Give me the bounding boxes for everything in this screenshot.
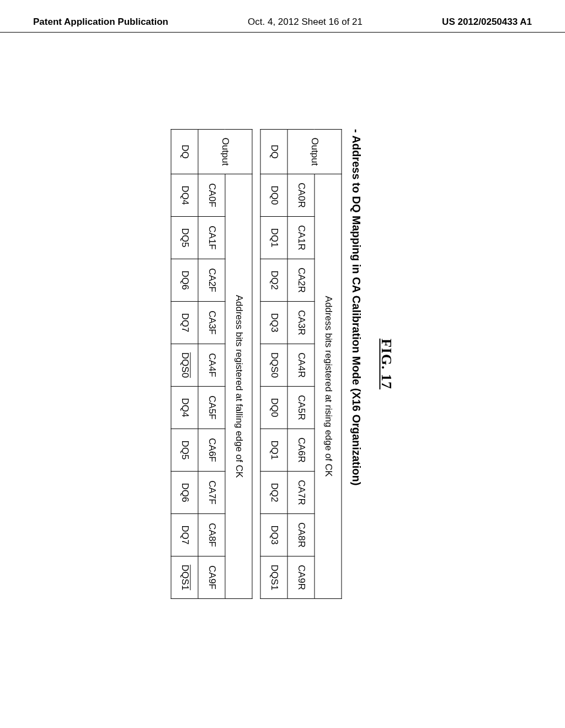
table-row: CA0F CA1F CA2F CA3F CA4F CA5F CA6F CA7F … bbox=[198, 130, 225, 599]
cell: CA5R bbox=[287, 387, 315, 429]
cell: DQ4 bbox=[171, 174, 198, 217]
cell: DQ5 bbox=[171, 429, 198, 472]
cell: CA4F bbox=[198, 344, 225, 387]
cell: DQS0 bbox=[260, 344, 287, 387]
cell: DQ6 bbox=[171, 472, 198, 514]
table-spacer bbox=[253, 129, 260, 599]
cell: CA4R bbox=[287, 344, 315, 387]
cell: CA2F bbox=[198, 259, 225, 302]
table-row: CA0R CA1R CA2R CA3R CA4R CA5R CA6R CA7R … bbox=[287, 130, 315, 599]
cell: DQ5 bbox=[171, 217, 198, 259]
cell: CA0R bbox=[287, 174, 315, 217]
dq-label: DQ bbox=[171, 130, 198, 174]
output-label: Output bbox=[287, 130, 342, 174]
cell: DQ2 bbox=[260, 472, 287, 514]
cell: DQ4 bbox=[171, 387, 198, 429]
cell: DQS1 bbox=[260, 556, 287, 599]
figure-body: FIG. 17 - Address to DQ Mapping in CA Ca… bbox=[171, 129, 395, 599]
cell: DQ0 bbox=[260, 387, 287, 429]
cell: DQ7 bbox=[171, 302, 198, 344]
table-row: DQ DQ4 DQ5 DQ6 DQ7 DQS0 DQ4 DQ5 DQ6 DQ7 … bbox=[171, 130, 198, 599]
cell: CA5F bbox=[198, 387, 225, 429]
header-center: Oct. 4, 2012 Sheet 16 of 21 bbox=[248, 17, 363, 28]
cell: DQ7 bbox=[171, 514, 198, 556]
cell: CA3R bbox=[287, 302, 315, 344]
cell: CA1F bbox=[198, 217, 225, 259]
dq-label: DQ bbox=[260, 130, 287, 174]
rising-edge-table: Output Address bits registered at rising… bbox=[260, 129, 342, 599]
table-row: Output Address bits registered at rising… bbox=[315, 130, 342, 599]
cell: CA8R bbox=[287, 514, 315, 556]
cell: DQ1 bbox=[260, 217, 287, 259]
cell: CA9F bbox=[198, 556, 225, 599]
cell: CA8F bbox=[198, 514, 225, 556]
cell: DQS1 bbox=[171, 556, 198, 599]
cell: CA1R bbox=[287, 217, 315, 259]
output-label: Output bbox=[198, 130, 252, 174]
cell: DQ6 bbox=[171, 259, 198, 302]
cell: CA0F bbox=[198, 174, 225, 217]
falling-edge-header: Address bits registered at falling edge … bbox=[225, 174, 252, 599]
cell: CA6R bbox=[287, 429, 315, 472]
cell: CA9R bbox=[287, 556, 315, 599]
cell: DQ2 bbox=[260, 259, 287, 302]
table-row: DQ DQ0 DQ1 DQ2 DQ3 DQS0 DQ0 DQ1 DQ2 DQ3 … bbox=[260, 130, 287, 599]
rising-edge-header: Address bits registered at rising edge o… bbox=[315, 174, 342, 599]
figure-label: FIG. 17 bbox=[378, 129, 395, 599]
cell: CA7R bbox=[287, 472, 315, 514]
header-right: US 2012/0250433 A1 bbox=[442, 17, 532, 28]
cell: DQ1 bbox=[260, 429, 287, 472]
falling-edge-table: Output Address bits registered at fallin… bbox=[171, 129, 253, 599]
cell: CA2R bbox=[287, 259, 315, 302]
cell: CA7F bbox=[198, 472, 225, 514]
cell: CA3F bbox=[198, 302, 225, 344]
cell: DQ3 bbox=[260, 302, 287, 344]
cell: DQ0 bbox=[260, 174, 287, 217]
page-header: Patent Application Publication Oct. 4, 2… bbox=[0, 0, 565, 33]
cell: DQ3 bbox=[260, 514, 287, 556]
header-left: Patent Application Publication bbox=[33, 17, 168, 28]
cell: DQS0 bbox=[171, 344, 198, 387]
table-row: Output Address bits registered at fallin… bbox=[225, 130, 252, 599]
figure-subtitle: - Address to DQ Mapping in CA Calibratio… bbox=[350, 129, 363, 599]
cell: CA6F bbox=[198, 429, 225, 472]
